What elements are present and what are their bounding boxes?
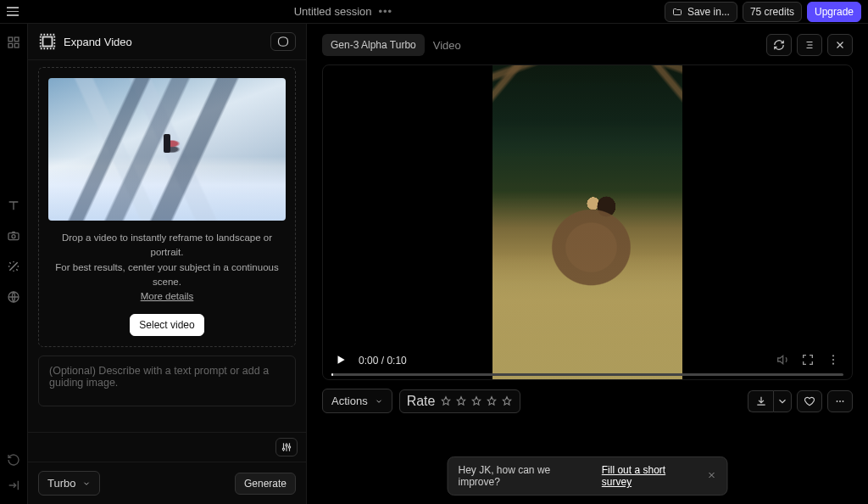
advanced-settings-button[interactable]: [275, 438, 298, 456]
svg-point-10: [286, 445, 287, 446]
volume-icon[interactable]: [776, 353, 789, 369]
svg-point-14: [832, 362, 834, 364]
svg-rect-7: [43, 37, 53, 47]
svg-point-17: [843, 400, 844, 402]
session-menu-icon[interactable]: •••: [379, 5, 393, 18]
toast-message: Hey JK, how can we improve?: [459, 464, 590, 488]
survey-toast: Hey JK, how can we improve? Fill out a s…: [448, 456, 728, 496]
model-tag[interactable]: Gen-3 Alpha Turbo: [322, 34, 425, 56]
svg-point-5: [12, 235, 15, 238]
magic-tool-icon[interactable]: [7, 260, 20, 273]
rate-star-1[interactable]: [440, 395, 452, 407]
svg-point-15: [837, 400, 838, 402]
menu-button[interactable]: [7, 4, 22, 20]
actions-menu[interactable]: Actions: [322, 389, 392, 413]
upgrade-button[interactable]: Upgrade: [807, 2, 861, 22]
svg-rect-1: [14, 37, 19, 42]
svg-rect-0: [8, 37, 13, 42]
svg-point-11: [288, 446, 290, 448]
svg-point-16: [839, 400, 841, 402]
chevron-down-icon: [375, 397, 383, 406]
rate-star-4[interactable]: [486, 395, 498, 407]
list-button[interactable]: [797, 34, 822, 56]
svg-point-13: [832, 358, 834, 360]
toast-link[interactable]: Fill out a short survey: [602, 464, 695, 488]
credits-button[interactable]: 75 credits: [743, 2, 802, 22]
panel-title: Expand Video: [64, 36, 132, 48]
export-icon[interactable]: [7, 479, 20, 492]
chevron-down-icon: [82, 479, 91, 488]
fullscreen-icon[interactable]: [801, 353, 815, 369]
expand-video-icon: [38, 32, 57, 51]
save-in-button[interactable]: Save in...: [665, 2, 737, 22]
dropzone-desc: Drop a video to instantly reframe to lan…: [49, 231, 285, 304]
panel-settings-button[interactable]: [270, 32, 296, 51]
play-button[interactable]: [335, 354, 347, 368]
video-time: 0:00 / 0:10: [359, 355, 407, 367]
camera-tool-icon[interactable]: [7, 229, 20, 243]
rate-label: Rate: [407, 394, 436, 409]
more-details-link[interactable]: More details: [141, 291, 194, 301]
dashboard-icon[interactable]: [7, 36, 20, 49]
favorite-button[interactable]: [797, 390, 822, 412]
svg-point-12: [832, 355, 834, 356]
svg-rect-2: [8, 43, 13, 48]
more-button[interactable]: [827, 390, 853, 412]
prompt-input[interactable]: (Optional) Describe with a text prompt o…: [38, 356, 296, 406]
session-title[interactable]: Untitled session: [294, 5, 372, 18]
svg-rect-4: [8, 233, 19, 240]
download-menu-button[interactable]: [773, 390, 792, 412]
type-tag: Video: [433, 39, 461, 52]
video-frame: [492, 65, 682, 379]
video-progress[interactable]: [331, 373, 843, 376]
history-icon[interactable]: [7, 453, 20, 467]
svg-rect-3: [14, 43, 19, 48]
text-tool-icon[interactable]: [7, 199, 20, 212]
svg-point-9: [282, 448, 284, 450]
rate-star-5[interactable]: [501, 395, 513, 407]
download-button[interactable]: [748, 390, 773, 412]
model-select[interactable]: Turbo: [38, 471, 100, 496]
close-button[interactable]: [827, 34, 853, 56]
video-menu-icon[interactable]: [826, 353, 840, 369]
generate-button[interactable]: Generate: [235, 473, 296, 495]
video-dropzone[interactable]: Drop a video to instantly reframe to lan…: [38, 67, 296, 347]
rate-control: Rate: [399, 389, 521, 413]
toast-close-icon[interactable]: [707, 470, 717, 483]
globe-tool-icon[interactable]: [7, 290, 20, 304]
select-video-button[interactable]: Select video: [130, 314, 203, 336]
refresh-button[interactable]: [766, 34, 792, 56]
video-player[interactable]: 0:00 / 0:10: [322, 64, 853, 380]
dropzone-preview: [48, 78, 286, 221]
rate-star-3[interactable]: [470, 395, 482, 407]
rate-star-2[interactable]: [455, 395, 467, 407]
